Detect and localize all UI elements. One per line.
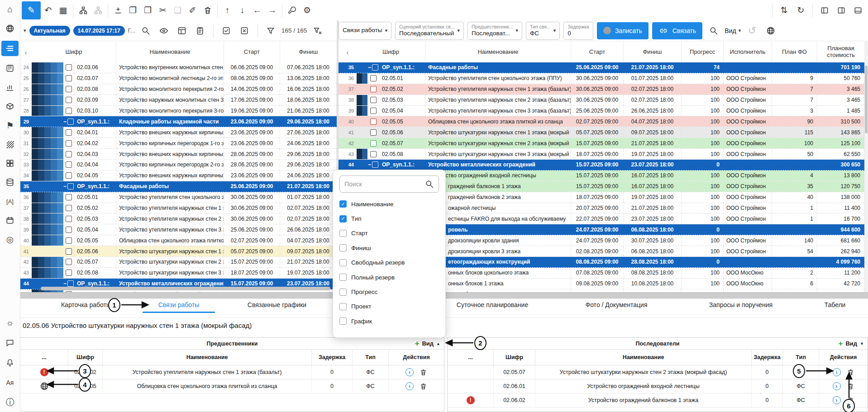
table-row[interactable]: 3202.04.03Устройство внешних наружных ки… xyxy=(20,149,337,160)
visibility-icon[interactable] xyxy=(157,23,172,39)
hatch-icon[interactable] xyxy=(3,137,17,151)
filter-clear-icon[interactable] xyxy=(310,23,325,39)
checkbox-icon[interactable] xyxy=(339,317,347,325)
row-checkbox[interactable] xyxy=(372,161,378,168)
column-header-progress[interactable]: Прогресс xyxy=(682,41,724,63)
table-row[interactable]: 35−OP_syn.1.1.:Фасадные работы25.06.2025… xyxy=(339,62,864,73)
collapse-icon[interactable]: − xyxy=(63,183,67,189)
row-checkbox[interactable] xyxy=(370,75,377,81)
collapse-icon[interactable]: − xyxy=(368,161,371,168)
move-down-icon[interactable]: ↓ xyxy=(235,2,250,19)
row-checkbox[interactable] xyxy=(66,64,72,71)
collapse-column-icon[interactable]: ‹ xyxy=(20,48,32,56)
table-row[interactable]: 4002.05.05Облицовка стен цокольного этаж… xyxy=(20,235,337,246)
theme-icon[interactable]: ☼ xyxy=(3,316,17,330)
copy-icon[interactable]: ❐ xyxy=(140,2,155,19)
row-checkbox[interactable] xyxy=(66,161,72,168)
globe-icon[interactable] xyxy=(763,23,778,39)
duplicate-icon[interactable]: ❐ xyxy=(125,2,140,19)
clipboard-edit-icon[interactable] xyxy=(193,23,208,39)
checkbox-icon[interactable] xyxy=(339,259,347,266)
table-row[interactable]: 29−OP_syn.1.1.:Кладочные работы надземно… xyxy=(20,116,337,127)
link-mode-select[interactable]: Связи работы ▾ xyxy=(339,22,391,40)
row-checkbox[interactable] xyxy=(66,216,72,222)
delete-link-icon[interactable] xyxy=(847,369,854,376)
row-checkbox[interactable] xyxy=(370,118,377,125)
successors-view-control[interactable]: + Вид ▼ xyxy=(839,338,864,349)
column-menu-item[interactable]: Свободный резерв xyxy=(339,256,439,270)
table-row[interactable]: 3402.04.05Устройство внешних наружных ки… xyxy=(20,170,337,181)
table-row[interactable]: 35−OP_syn.1.1.:Фасадные работы25.06.2025… xyxy=(20,181,337,192)
checkbox-on-icon[interactable] xyxy=(219,23,234,39)
column-menu-item[interactable]: Финиш xyxy=(339,241,439,255)
table-row[interactable]: 4302.05.08Устройство штукатурки наружных… xyxy=(20,268,337,279)
row-checkbox[interactable] xyxy=(66,205,72,211)
checkbox-icon[interactable] xyxy=(339,289,347,296)
row-checkbox[interactable] xyxy=(67,118,74,125)
tab-связи-работы[interactable]: Связи работы xyxy=(158,301,200,308)
table-row[interactable]: 3702.05.02Устройство утеплителя наружных… xyxy=(20,203,337,214)
column-menu-item[interactable]: Проект xyxy=(339,299,439,314)
datetime-badge[interactable]: 14.07.2025 17:17 xyxy=(73,26,125,36)
collapse-icon[interactable]: − xyxy=(63,280,67,287)
column-header-name[interactable]: Наименование xyxy=(425,41,571,63)
refresh-icon[interactable]: ↻ xyxy=(793,2,808,19)
column-header-cost[interactable]: Плановая стоимость xyxy=(817,41,864,63)
notifications-icon[interactable] xyxy=(3,356,17,369)
column-header-code[interactable]: Шифр xyxy=(32,41,116,63)
checkbox-icon[interactable] xyxy=(339,274,347,281)
delete-link-icon[interactable] xyxy=(420,369,427,376)
predecessors-view-control[interactable]: + Вид ▲ xyxy=(415,338,441,349)
structure-icon[interactable] xyxy=(1,41,19,56)
filter-icon[interactable] xyxy=(263,23,278,39)
link-row[interactable]: 02.06.01Устройство ограждений входной ле… xyxy=(448,379,868,393)
move-up-icon[interactable]: ↑ xyxy=(220,2,235,19)
layout-left-icon[interactable] xyxy=(817,2,832,19)
predecessor-select[interactable]: Предшественник... Последоват... ▾ xyxy=(467,22,522,40)
collapse-icon[interactable]: − xyxy=(368,64,371,71)
tab-суточное-планирование[interactable]: Суточное планирование xyxy=(457,301,528,308)
column-header-finish[interactable]: Финиш xyxy=(280,41,337,63)
goto-work-icon[interactable]: › xyxy=(833,396,841,404)
tab-связанные-графики[interactable]: Связанные графики xyxy=(248,301,306,308)
table-row[interactable]: 4302.05.08Устройство штукатурки наружных… xyxy=(339,149,864,160)
scenario-select[interactable]: Сценарий установки св... Последовательны… xyxy=(395,22,464,40)
row-checkbox[interactable] xyxy=(370,86,377,92)
row-checkbox[interactable] xyxy=(66,140,72,147)
row-checkbox[interactable] xyxy=(66,129,72,136)
tab-фото-документация[interactable]: Фото / Документация xyxy=(586,301,648,308)
delete-icon[interactable] xyxy=(200,2,215,19)
calculate-icon[interactable]: ▦ xyxy=(56,2,71,19)
table-row[interactable]: 2402.03.06Устройство внутренних монолитн… xyxy=(20,62,337,73)
edit-mode-icon[interactable]: ✎ xyxy=(22,1,41,19)
row-checkbox[interactable] xyxy=(66,248,72,255)
tab-запросы-и-поручения[interactable]: Запросы и поручения xyxy=(709,301,773,308)
table-row[interactable]: 3902.05.04Устройство утеплителя наружных… xyxy=(20,224,337,235)
link-tasks-add-icon[interactable] xyxy=(91,2,105,19)
table-row[interactable]: 3802.05.03Устройство утеплителя наружных… xyxy=(20,213,337,224)
watch-icon[interactable]: ◎ xyxy=(3,232,17,246)
move-right-icon[interactable]: → xyxy=(265,2,280,19)
vertical-scrollbar[interactable] xyxy=(864,41,868,292)
column-header-executor[interactable]: Исполнитель xyxy=(724,41,772,63)
table-row[interactable]: 2702.03.09Устройство наружных монолитных… xyxy=(20,95,337,106)
globe-icon[interactable] xyxy=(3,22,17,35)
row-checkbox[interactable] xyxy=(370,151,377,157)
collapse-icon[interactable]: − xyxy=(63,118,67,125)
row-checkbox[interactable] xyxy=(66,172,72,179)
checkbox-icon[interactable] xyxy=(339,244,347,251)
table-row[interactable]: 3702.05.02Устройство утеплителя наружных… xyxy=(339,84,864,95)
tools-icon[interactable] xyxy=(285,2,300,19)
calendar-icon[interactable] xyxy=(3,213,17,227)
column-menu-item[interactable]: ✓Наименование xyxy=(339,197,439,211)
record-button[interactable]: Записать xyxy=(597,22,649,39)
kanban-icon[interactable] xyxy=(3,62,17,75)
table-row[interactable]: 2602.03.08Устройство монолитного перекры… xyxy=(20,84,337,95)
column-menu-item[interactable]: График xyxy=(339,314,439,328)
info-icon[interactable]: ⓘ xyxy=(3,396,17,409)
settings-icon[interactable]: ⚙ xyxy=(300,2,315,19)
row-checkbox[interactable] xyxy=(66,237,72,244)
layout-bottom-icon[interactable] xyxy=(850,2,865,19)
goto-work-icon[interactable]: › xyxy=(833,368,841,376)
column-menu-item[interactable]: Старт xyxy=(339,226,439,241)
